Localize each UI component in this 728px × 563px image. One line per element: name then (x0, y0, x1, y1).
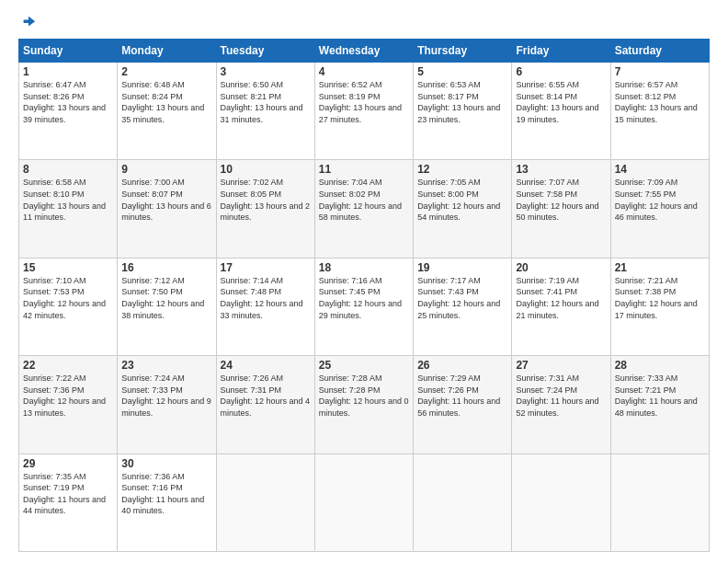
calendar-week-row: 15Sunrise: 7:10 AMSunset: 7:53 PMDayligh… (19, 258, 710, 355)
day-number: 14 (615, 163, 705, 176)
day-info: Sunrise: 6:47 AMSunset: 8:26 PMDaylight:… (23, 80, 106, 124)
day-info: Sunrise: 7:19 AMSunset: 7:41 PMDaylight:… (516, 276, 598, 320)
day-info: Sunrise: 7:29 AMSunset: 7:26 PMDaylight:… (417, 373, 500, 418)
day-number: 19 (417, 261, 507, 274)
calendar-empty-cell (414, 454, 512, 551)
calendar-header-monday: Monday (118, 40, 216, 63)
day-info: Sunrise: 6:58 AMSunset: 8:10 PMDaylight:… (23, 178, 106, 222)
calendar-day-cell: 4Sunrise: 6:52 AMSunset: 8:19 PMDaylight… (314, 63, 413, 160)
calendar-day-cell: 15Sunrise: 7:10 AMSunset: 7:53 PMDayligh… (19, 258, 118, 355)
logo-flag-icon (20, 15, 37, 31)
day-number: 27 (516, 359, 606, 372)
calendar-day-cell: 17Sunrise: 7:14 AMSunset: 7:48 PMDayligh… (216, 258, 314, 355)
day-info: Sunrise: 7:10 AMSunset: 7:53 PMDaylight:… (23, 276, 106, 320)
calendar-day-cell: 8Sunrise: 6:58 AMSunset: 8:10 PMDaylight… (19, 160, 118, 258)
calendar-empty-cell (314, 454, 413, 551)
calendar-day-cell: 20Sunrise: 7:19 AMSunset: 7:41 PMDayligh… (512, 258, 610, 355)
calendar-day-cell: 5Sunrise: 6:53 AMSunset: 8:17 PMDaylight… (414, 63, 512, 160)
logo (18, 15, 37, 31)
calendar-day-cell: 28Sunrise: 7:33 AMSunset: 7:21 PMDayligh… (610, 356, 709, 454)
day-info: Sunrise: 7:12 AMSunset: 7:50 PMDaylight:… (121, 276, 204, 320)
day-info: Sunrise: 6:57 AMSunset: 8:12 PMDaylight:… (615, 80, 698, 124)
day-info: Sunrise: 7:36 AMSunset: 7:16 PMDaylight:… (121, 472, 204, 516)
day-info: Sunrise: 7:28 AMSunset: 7:28 PMDaylight:… (319, 373, 409, 418)
day-number: 6 (516, 65, 606, 78)
page: SundayMondayTuesdayWednesdayThursdayFrid… (0, 0, 728, 563)
day-number: 29 (23, 457, 113, 470)
calendar-header-sunday: Sunday (19, 40, 118, 63)
calendar-day-cell: 1Sunrise: 6:47 AMSunset: 8:26 PMDaylight… (19, 63, 118, 160)
calendar-day-cell: 19Sunrise: 7:17 AMSunset: 7:43 PMDayligh… (414, 258, 512, 355)
day-info: Sunrise: 7:35 AMSunset: 7:19 PMDaylight:… (23, 472, 106, 516)
day-number: 13 (516, 163, 606, 176)
day-info: Sunrise: 7:05 AMSunset: 8:00 PMDaylight:… (417, 178, 500, 222)
day-info: Sunrise: 6:50 AMSunset: 8:21 PMDaylight:… (221, 80, 303, 124)
calendar-header-thursday: Thursday (414, 40, 512, 63)
day-info: Sunrise: 7:33 AMSunset: 7:21 PMDaylight:… (615, 373, 698, 418)
day-info: Sunrise: 7:24 AMSunset: 7:33 PMDaylight:… (121, 373, 211, 418)
calendar-day-cell: 6Sunrise: 6:55 AMSunset: 8:14 PMDaylight… (512, 63, 610, 160)
header (18, 15, 710, 31)
day-info: Sunrise: 7:07 AMSunset: 7:58 PMDaylight:… (516, 178, 598, 222)
day-number: 11 (319, 163, 409, 176)
day-number: 1 (23, 65, 113, 78)
calendar-day-cell: 3Sunrise: 6:50 AMSunset: 8:21 PMDaylight… (216, 63, 314, 160)
calendar-day-cell: 29Sunrise: 7:35 AMSunset: 7:19 PMDayligh… (19, 454, 118, 551)
calendar-day-cell: 21Sunrise: 7:21 AMSunset: 7:38 PMDayligh… (610, 258, 709, 355)
calendar-table: SundayMondayTuesdayWednesdayThursdayFrid… (18, 39, 710, 552)
day-number: 21 (615, 261, 705, 274)
calendar-week-row: 22Sunrise: 7:22 AMSunset: 7:36 PMDayligh… (19, 356, 710, 454)
calendar-day-cell: 30Sunrise: 7:36 AMSunset: 7:16 PMDayligh… (118, 454, 216, 551)
day-number: 8 (23, 163, 113, 176)
calendar-day-cell: 2Sunrise: 6:48 AMSunset: 8:24 PMDaylight… (118, 63, 216, 160)
calendar-day-cell: 24Sunrise: 7:26 AMSunset: 7:31 PMDayligh… (216, 356, 314, 454)
day-info: Sunrise: 6:52 AMSunset: 8:19 PMDaylight:… (319, 80, 402, 124)
calendar-header-tuesday: Tuesday (216, 40, 314, 63)
calendar-day-cell: 27Sunrise: 7:31 AMSunset: 7:24 PMDayligh… (512, 356, 610, 454)
day-info: Sunrise: 7:02 AMSunset: 8:05 PMDaylight:… (221, 178, 311, 222)
day-info: Sunrise: 7:21 AMSunset: 7:38 PMDaylight:… (615, 276, 698, 320)
calendar-day-cell: 22Sunrise: 7:22 AMSunset: 7:36 PMDayligh… (19, 356, 118, 454)
calendar-header-wednesday: Wednesday (314, 40, 413, 63)
calendar-day-cell: 7Sunrise: 6:57 AMSunset: 8:12 PMDaylight… (610, 63, 709, 160)
day-info: Sunrise: 7:31 AMSunset: 7:24 PMDaylight:… (516, 373, 598, 418)
calendar-day-cell: 14Sunrise: 7:09 AMSunset: 7:55 PMDayligh… (610, 160, 709, 258)
calendar-day-cell: 16Sunrise: 7:12 AMSunset: 7:50 PMDayligh… (118, 258, 216, 355)
calendar-day-cell: 12Sunrise: 7:05 AMSunset: 8:00 PMDayligh… (414, 160, 512, 258)
calendar-day-cell: 26Sunrise: 7:29 AMSunset: 7:26 PMDayligh… (414, 356, 512, 454)
calendar-header-row: SundayMondayTuesdayWednesdayThursdayFrid… (19, 40, 710, 63)
day-info: Sunrise: 6:48 AMSunset: 8:24 PMDaylight:… (121, 80, 204, 124)
day-number: 7 (615, 65, 705, 78)
calendar-week-row: 29Sunrise: 7:35 AMSunset: 7:19 PMDayligh… (19, 454, 710, 551)
calendar-day-cell: 18Sunrise: 7:16 AMSunset: 7:45 PMDayligh… (314, 258, 413, 355)
day-number: 2 (121, 65, 211, 78)
day-number: 15 (23, 261, 113, 274)
day-number: 18 (319, 261, 409, 274)
calendar-week-row: 1Sunrise: 6:47 AMSunset: 8:26 PMDaylight… (19, 63, 710, 160)
day-number: 3 (221, 65, 311, 78)
calendar-empty-cell (216, 454, 314, 551)
day-number: 24 (221, 359, 311, 372)
day-info: Sunrise: 7:26 AMSunset: 7:31 PMDaylight:… (221, 373, 311, 418)
day-info: Sunrise: 6:55 AMSunset: 8:14 PMDaylight:… (516, 80, 598, 124)
calendar-day-cell: 10Sunrise: 7:02 AMSunset: 8:05 PMDayligh… (216, 160, 314, 258)
day-number: 17 (221, 261, 311, 274)
day-number: 22 (23, 359, 113, 372)
day-info: Sunrise: 7:17 AMSunset: 7:43 PMDaylight:… (417, 276, 500, 320)
calendar-day-cell: 25Sunrise: 7:28 AMSunset: 7:28 PMDayligh… (314, 356, 413, 454)
calendar-day-cell: 11Sunrise: 7:04 AMSunset: 8:02 PMDayligh… (314, 160, 413, 258)
calendar-day-cell: 13Sunrise: 7:07 AMSunset: 7:58 PMDayligh… (512, 160, 610, 258)
day-number: 20 (516, 261, 606, 274)
day-info: Sunrise: 7:09 AMSunset: 7:55 PMDaylight:… (615, 178, 698, 222)
day-info: Sunrise: 7:00 AMSunset: 8:07 PMDaylight:… (121, 178, 211, 222)
day-info: Sunrise: 7:16 AMSunset: 7:45 PMDaylight:… (319, 276, 402, 320)
day-info: Sunrise: 7:14 AMSunset: 7:48 PMDaylight:… (221, 276, 303, 320)
calendar-day-cell: 23Sunrise: 7:24 AMSunset: 7:33 PMDayligh… (118, 356, 216, 454)
calendar-week-row: 8Sunrise: 6:58 AMSunset: 8:10 PMDaylight… (19, 160, 710, 258)
day-number: 9 (121, 163, 211, 176)
day-number: 30 (121, 457, 211, 470)
day-info: Sunrise: 7:04 AMSunset: 8:02 PMDaylight:… (319, 178, 402, 222)
calendar-empty-cell (610, 454, 709, 551)
day-number: 10 (221, 163, 311, 176)
calendar-empty-cell (512, 454, 610, 551)
